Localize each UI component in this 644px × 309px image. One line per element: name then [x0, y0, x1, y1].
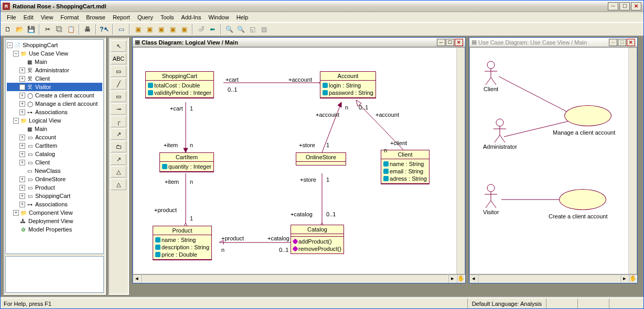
save-icon[interactable]: 💾: [26, 24, 36, 35]
maximize-button[interactable]: ☐: [446, 39, 454, 46]
actor-admin[interactable]: Administrator: [483, 118, 517, 150]
maximize-button[interactable]: ☐: [619, 2, 630, 10]
tree-item[interactable]: OnlineStore: [35, 176, 66, 182]
text-tool[interactable]: ABC: [111, 53, 126, 64]
tree-root[interactable]: ShoppingCart: [23, 42, 58, 48]
diag1-icon[interactable]: ▣: [133, 24, 143, 35]
general-tool[interactable]: △: [111, 166, 126, 178]
collapse-icon[interactable]: −: [13, 118, 19, 124]
pointer-tool[interactable]: ↖: [111, 40, 126, 52]
expand-icon[interactable]: +: [19, 135, 25, 140]
diag5-icon[interactable]: ▣: [179, 24, 189, 35]
tree-item[interactable]: Client: [35, 159, 50, 165]
tree-item[interactable]: Product: [35, 184, 55, 191]
class-diagram-canvas[interactable]: ShoppingCart totalCost : Double validity…: [133, 47, 465, 274]
menu-addins[interactable]: Add-Ins: [178, 13, 205, 21]
grab-icon[interactable]: ✋: [629, 274, 637, 283]
tree-item[interactable]: Account: [35, 134, 56, 140]
page-icon[interactable]: ▤: [259, 24, 269, 35]
tree-ucv[interactable]: Use Case View: [29, 50, 68, 57]
expand-icon[interactable]: +: [19, 151, 25, 157]
tree-item[interactable]: CartItem: [35, 142, 57, 149]
vscrollbar[interactable]: [456, 48, 465, 274]
minimize-button[interactable]: ─: [437, 39, 445, 46]
class-onlinestore[interactable]: OnlineStore: [296, 152, 346, 165]
realize-tool[interactable]: △: [111, 179, 126, 190]
expand-icon[interactable]: +: [19, 143, 25, 149]
new-icon[interactable]: 🗋: [3, 24, 13, 35]
open-icon[interactable]: 📂: [14, 24, 25, 35]
menu-query[interactable]: Query: [134, 13, 156, 21]
class-tool[interactable]: ▭: [111, 91, 126, 102]
expand-icon[interactable]: +: [19, 68, 25, 73]
tree-dv[interactable]: Deployment View: [28, 218, 73, 224]
tree-item[interactable]: NewClass: [35, 168, 61, 174]
expand-icon[interactable]: +: [19, 176, 25, 182]
menu-view[interactable]: View: [38, 13, 57, 21]
diag4-icon[interactable]: ▣: [167, 24, 178, 35]
assoc-tool[interactable]: ┌: [111, 116, 126, 127]
interface-tool[interactable]: ⊸: [111, 103, 126, 115]
menu-tools[interactable]: Tools: [157, 13, 177, 21]
tree-item[interactable]: Catalog: [35, 151, 55, 157]
expand-icon[interactable]: +: [19, 76, 25, 82]
minimize-button[interactable]: ─: [609, 39, 617, 46]
zoomin-icon[interactable]: 🔍: [224, 24, 234, 35]
expand-icon[interactable]: +: [19, 185, 25, 191]
actor-client[interactable]: Client: [483, 61, 499, 92]
expand-icon[interactable]: +: [19, 202, 25, 207]
expand-icon[interactable]: +: [19, 160, 25, 165]
tree-item[interactable]: Administrator: [35, 67, 69, 73]
package-tool[interactable]: 🗀: [111, 141, 126, 152]
collapse-icon[interactable]: −: [13, 51, 19, 57]
close-button[interactable]: ✕: [455, 39, 463, 46]
anchor-tool[interactable]: ╱: [111, 78, 126, 90]
class-catalog[interactable]: Catalog addProduct() removeProduct(): [291, 225, 344, 254]
tree-item[interactable]: Associations: [35, 109, 68, 115]
usecase-manage[interactable]: [564, 105, 611, 126]
scroll-left-icon[interactable]: ◂: [133, 274, 141, 283]
scroll-left-icon[interactable]: ◂: [469, 274, 478, 283]
expand-icon[interactable]: +: [19, 193, 25, 199]
scroll-right-icon[interactable]: ▸: [448, 274, 457, 283]
tree-item[interactable]: ShoppingCart: [35, 193, 70, 199]
diagram-titlebar[interactable]: ▦ Class Diagram: Logical View / Main ─ ☐…: [133, 38, 465, 47]
collapse-icon[interactable]: −: [7, 42, 13, 48]
diag2-icon[interactable]: ▣: [144, 24, 155, 35]
scroll-right-icon[interactable]: ▸: [620, 274, 629, 283]
nav-icon[interactable]: ⮰: [196, 24, 206, 35]
tree-item[interactable]: Manage a client account: [35, 101, 98, 107]
tree-item[interactable]: Associations: [35, 201, 68, 207]
menu-browse[interactable]: Browse: [83, 13, 109, 21]
note-tool[interactable]: ▭: [111, 65, 126, 77]
assoc2-tool[interactable]: ↗: [111, 128, 126, 140]
menu-help[interactable]: Help: [233, 13, 252, 21]
minimize-button[interactable]: ─: [608, 2, 618, 10]
tree-item[interactable]: Create a client account: [35, 92, 94, 98]
class-client[interactable]: Client name : String email : String adre…: [381, 150, 430, 184]
tree-mp[interactable]: Model Properties: [28, 226, 72, 233]
maximize-button[interactable]: ☐: [618, 39, 626, 46]
tree-item[interactable]: Main: [35, 59, 47, 65]
class-shoppingcart[interactable]: ShoppingCart totalCost : Double validity…: [145, 71, 214, 98]
class-cartitem[interactable]: CartItem quantity : Integer: [159, 152, 214, 172]
grab-icon[interactable]: ✋: [457, 274, 465, 283]
class-product[interactable]: Product name : String description : Stri…: [153, 226, 212, 260]
expand-icon[interactable]: +: [19, 84, 25, 90]
menu-file[interactable]: File: [4, 13, 19, 21]
back-icon[interactable]: ⬅: [207, 24, 218, 35]
tree-item[interactable]: Visitor: [35, 84, 51, 90]
depend-tool[interactable]: ↗: [111, 153, 126, 165]
tree-item[interactable]: Client: [35, 75, 50, 82]
expand-icon[interactable]: +: [19, 109, 25, 115]
expand-icon[interactable]: +: [19, 101, 25, 107]
copy-icon[interactable]: ⿻: [54, 24, 65, 35]
menu-format[interactable]: Format: [57, 13, 82, 21]
diagram-titlebar[interactable]: ▦ Use Case Diagram: Use Case View / Main…: [469, 38, 637, 47]
model-tree[interactable]: −📄ShoppingCart −📁Use Case View ▦Main +웃A…: [5, 39, 104, 254]
tree-cv[interactable]: Component View: [29, 209, 73, 216]
expand-icon[interactable]: +: [13, 210, 19, 216]
paste-icon[interactable]: 📋: [66, 24, 76, 35]
hscrollbar[interactable]: [478, 274, 620, 283]
window-icon[interactable]: ▭: [116, 24, 126, 35]
